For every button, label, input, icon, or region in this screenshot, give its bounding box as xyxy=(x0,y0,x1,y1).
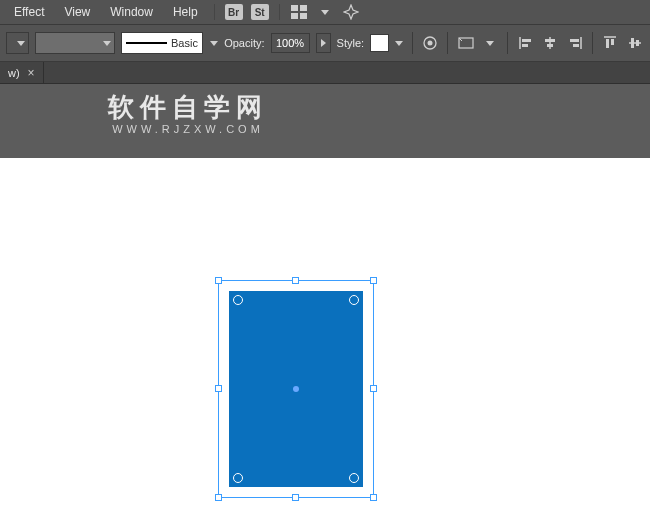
svg-rect-10 xyxy=(522,44,528,47)
style-swatch[interactable] xyxy=(370,34,389,52)
svg-point-5 xyxy=(428,41,433,46)
svg-rect-13 xyxy=(547,44,553,47)
live-corner-widget[interactable] xyxy=(349,295,359,305)
svg-rect-19 xyxy=(611,39,614,45)
recolor-artwork-button[interactable] xyxy=(421,33,440,53)
align-hcenter-button[interactable] xyxy=(541,33,560,53)
fill-dropdown[interactable] xyxy=(6,32,29,54)
svg-rect-3 xyxy=(300,13,307,19)
pasteboard-strip: 软件自学网 WWW.RJZXW.COM xyxy=(0,84,650,158)
svg-rect-9 xyxy=(522,39,531,42)
align-vcenter-icon xyxy=(628,36,642,50)
align-top-icon xyxy=(603,36,617,50)
svg-rect-12 xyxy=(545,39,555,42)
resize-handle[interactable] xyxy=(370,494,377,501)
align-left-icon xyxy=(519,36,533,50)
arrange-grid-icon xyxy=(291,5,307,19)
resize-handle[interactable] xyxy=(292,494,299,501)
live-corner-widget[interactable] xyxy=(349,473,359,483)
selection-bounding-box[interactable] xyxy=(218,280,374,498)
resize-handle[interactable] xyxy=(370,385,377,392)
artboard[interactable] xyxy=(0,158,650,529)
opacity-step-button[interactable] xyxy=(316,33,331,53)
brush-definition[interactable]: Basic xyxy=(121,32,203,54)
separator xyxy=(447,32,448,54)
svg-rect-18 xyxy=(606,39,609,48)
opacity-input[interactable]: 100% xyxy=(271,33,310,53)
align-top-button[interactable] xyxy=(601,33,620,53)
align-panel-button[interactable] xyxy=(456,33,475,53)
brush-preview-icon xyxy=(126,42,167,44)
svg-rect-2 xyxy=(291,13,298,19)
align-right-button[interactable] xyxy=(565,33,584,53)
stroke-color-dropdown[interactable] xyxy=(35,32,115,54)
style-label: Style: xyxy=(337,37,365,49)
bridge-button[interactable]: Br xyxy=(223,2,245,22)
menu-view[interactable]: View xyxy=(56,2,98,22)
align-hcenter-icon xyxy=(543,36,557,50)
resize-handle[interactable] xyxy=(215,277,222,284)
align-panel-icon xyxy=(458,36,474,50)
tab-label: w) xyxy=(8,67,20,79)
live-corner-widget[interactable] xyxy=(233,295,243,305)
live-corner-widget[interactable] xyxy=(233,473,243,483)
brush-dropdown[interactable] xyxy=(209,33,218,53)
svg-rect-22 xyxy=(636,40,639,46)
document-tab-bar: w) × xyxy=(0,62,650,84)
separator xyxy=(592,32,593,54)
control-bar: Basic Opacity: 100% Style: xyxy=(0,24,650,62)
watermark-subtitle: WWW.RJZXW.COM xyxy=(108,123,268,135)
separator xyxy=(214,4,215,20)
svg-rect-21 xyxy=(631,38,634,48)
close-icon[interactable]: × xyxy=(28,67,35,79)
gpu-icon xyxy=(343,4,359,20)
menu-window[interactable]: Window xyxy=(102,2,161,22)
menu-help[interactable]: Help xyxy=(165,2,206,22)
resize-handle[interactable] xyxy=(370,277,377,284)
separator xyxy=(279,4,280,20)
svg-rect-15 xyxy=(570,39,579,42)
arrange-dropdown[interactable] xyxy=(314,2,336,22)
document-tab[interactable]: w) × xyxy=(0,62,44,83)
separator xyxy=(412,32,413,54)
align-vcenter-button[interactable] xyxy=(625,33,644,53)
arrange-documents-button[interactable] xyxy=(288,2,310,22)
align-left-button[interactable] xyxy=(516,33,535,53)
resize-handle[interactable] xyxy=(292,277,299,284)
watermark: 软件自学网 WWW.RJZXW.COM xyxy=(108,90,268,135)
stock-button[interactable]: St xyxy=(249,2,271,22)
color-wheel-icon xyxy=(422,35,438,51)
resize-handle[interactable] xyxy=(215,494,222,501)
brush-label: Basic xyxy=(171,37,198,49)
resize-handle[interactable] xyxy=(215,385,222,392)
svg-rect-16 xyxy=(573,44,579,47)
menu-bar: Effect View Window Help Br St xyxy=(0,0,650,24)
separator xyxy=(507,32,508,54)
menu-effect[interactable]: Effect xyxy=(6,2,52,22)
center-point-icon[interactable] xyxy=(293,386,299,392)
gpu-preview-button[interactable] xyxy=(340,2,362,22)
opacity-label: Opacity: xyxy=(224,37,264,49)
align-right-icon xyxy=(568,36,582,50)
style-dropdown[interactable] xyxy=(395,34,404,52)
svg-rect-0 xyxy=(291,5,298,11)
watermark-title: 软件自学网 xyxy=(108,90,268,125)
svg-rect-1 xyxy=(300,5,307,11)
align-dropdown[interactable] xyxy=(481,33,500,53)
